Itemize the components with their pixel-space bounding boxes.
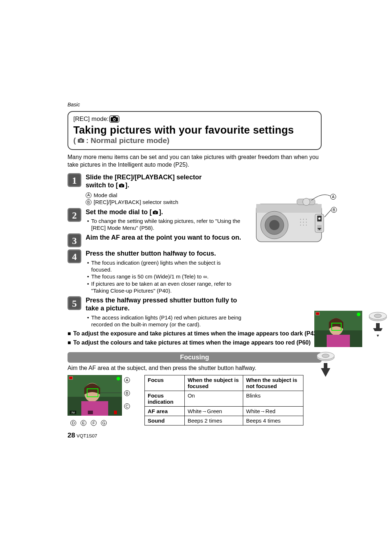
- callout-b: B: [331, 207, 337, 213]
- svg-rect-58: [69, 376, 73, 379]
- camera-icon: [77, 137, 85, 144]
- svg-point-21: [303, 225, 304, 225]
- table-row: Focus When the subject is focused When t…: [145, 375, 303, 391]
- step-number-icon: 3: [68, 233, 81, 247]
- step-title: Press the halfway pressed shutter button…: [86, 297, 237, 312]
- step-5: 5 Press the halfway pressed shutter butt…: [68, 296, 322, 328]
- svg-rect-10: [256, 204, 322, 213]
- notes: To adjust the exposure and take pictures…: [68, 330, 322, 346]
- svg-rect-72: [316, 312, 319, 315]
- svg-rect-44: [154, 210, 156, 211]
- step-4: 4 Press the shutter button halfway to fo…: [68, 249, 322, 294]
- page-footer: 28 VQT1S07: [68, 431, 97, 439]
- table-row: AF area White→Green White→Red: [145, 407, 303, 416]
- section-heading-focusing: Focusing: [68, 352, 322, 363]
- svg-point-3: [114, 119, 115, 120]
- step-bullets: The access indication lights (P14) red w…: [86, 314, 242, 328]
- intro-text: Many more menu items can be set and you …: [68, 154, 322, 169]
- camera-icon: [118, 183, 125, 188]
- callout-letter: D: [70, 420, 76, 426]
- camera-icon: [152, 210, 159, 215]
- step-number-icon: 5: [68, 296, 81, 310]
- table-header: Focus: [145, 375, 185, 391]
- svg-rect-65: [88, 411, 93, 414]
- svg-rect-79: [373, 331, 383, 335]
- svg-rect-37: [121, 184, 123, 184]
- page-title: Taking pictures with your favourite sett…: [73, 124, 316, 136]
- svg-point-73: [357, 313, 360, 316]
- svg-text:7M: 7M: [71, 411, 75, 414]
- table-header: When the subject is not focused: [243, 375, 303, 391]
- step-number-icon: 1: [68, 173, 81, 187]
- shutter-full-icon: [314, 351, 337, 379]
- step-bullets: The focus indication (green) lights when…: [86, 259, 242, 294]
- svg-point-17: [300, 222, 301, 223]
- callout-letter: C: [124, 403, 130, 409]
- press-halfway-illustration: [314, 311, 389, 347]
- svg-text:5: 5: [72, 298, 77, 309]
- svg-point-16: [306, 219, 307, 220]
- sample-image-block: 7M A B C D E F G: [68, 375, 132, 426]
- page-subtitle: ( : Normal picture mode): [73, 136, 316, 145]
- svg-rect-4: [113, 117, 116, 118]
- svg-point-18: [303, 222, 304, 223]
- step-bullets: To change the setting while taking pictu…: [86, 217, 242, 231]
- svg-point-27: [318, 217, 320, 220]
- svg-rect-57: [81, 401, 108, 416]
- shutter-half-icon: [367, 311, 389, 339]
- svg-point-36: [121, 185, 122, 186]
- svg-point-24: [303, 198, 310, 205]
- title-box: [REC] mode: Taking pictures with your fa…: [68, 111, 322, 150]
- note-item: To adjust the colours and take pictures …: [68, 339, 322, 346]
- svg-point-14: [300, 219, 301, 220]
- svg-text:4: 4: [72, 252, 77, 262]
- svg-marker-83: [321, 363, 330, 377]
- camera-icon: [109, 115, 119, 123]
- svg-point-43: [155, 212, 156, 213]
- step-title: Set the mode dial to [].: [86, 208, 163, 216]
- svg-point-15: [303, 219, 304, 220]
- step-number-icon: 2: [68, 208, 81, 222]
- running-head: Basic: [68, 102, 322, 107]
- callout-letter: A: [124, 377, 130, 383]
- step-title: Aim the AF area at the point you want to…: [86, 234, 241, 241]
- svg-point-77: [374, 314, 381, 318]
- step-number-icon: 4: [68, 249, 81, 263]
- step-title: Slide the [REC]/[PLAYBACK] selector swit…: [86, 174, 201, 189]
- svg-rect-66: [114, 411, 117, 414]
- step-title: Press the shutter button halfway to focu…: [86, 250, 216, 257]
- sample-photo: [314, 311, 362, 347]
- table-row: Focus indication On Blinks: [145, 391, 303, 407]
- table-header: When the subject is focused: [184, 375, 243, 391]
- svg-marker-78: [373, 323, 383, 337]
- table-row: Sound Beeps 2 times Beeps 4 times: [145, 416, 303, 425]
- svg-text:2: 2: [72, 210, 77, 221]
- callout-a: A: [330, 194, 336, 200]
- svg-point-19: [306, 222, 307, 223]
- svg-text:3: 3: [72, 236, 77, 246]
- svg-line-30: [324, 210, 331, 217]
- focus-table: Focus When the subject is focused When t…: [144, 375, 303, 425]
- rec-mode-label: [REC] mode:: [73, 115, 316, 123]
- callout-letter: E: [81, 420, 86, 426]
- camera-diagram: A B: [253, 194, 338, 248]
- svg-point-82: [322, 354, 329, 358]
- callout-letter: B: [124, 390, 130, 396]
- focusing-intro: Aim the AF area at the subject, and then…: [68, 365, 322, 371]
- step-legend: AMode dial B[REC]/[PLAYBACK] selector sw…: [86, 192, 220, 206]
- svg-point-20: [300, 225, 301, 225]
- svg-point-7: [80, 140, 81, 141]
- svg-point-13: [269, 220, 279, 230]
- svg-text:1: 1: [72, 175, 77, 186]
- svg-rect-71: [327, 335, 350, 347]
- sample-photo: 7M: [68, 375, 122, 416]
- press-fully-illustration: [314, 351, 337, 380]
- callout-letter: G: [101, 420, 107, 426]
- svg-point-22: [306, 225, 307, 225]
- callout-letter: F: [91, 420, 97, 426]
- svg-point-59: [117, 377, 120, 380]
- svg-rect-8: [80, 138, 82, 139]
- note-item: To adjust the exposure and take pictures…: [68, 330, 322, 337]
